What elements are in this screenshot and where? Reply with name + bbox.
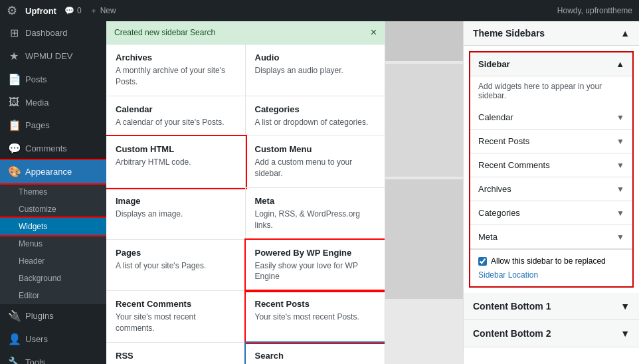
widget-desc-powered-by-engine: Easily show your love for WP Engine (255, 260, 376, 283)
widget-desc-custom-html: Arbitrary HTML code. (116, 157, 236, 168)
widget-title-recent-comments: Recent Comments (116, 299, 236, 309)
comments-label: Comments (25, 143, 67, 153)
header-label: Header (19, 256, 45, 266)
sidebar-item-header[interactable]: Header (0, 252, 106, 270)
allow-replace-checkbox[interactable] (478, 257, 487, 266)
acc-header-meta[interactable]: Meta ▼ (470, 225, 632, 248)
sidebar-item-menus[interactable]: Menus (0, 235, 106, 252)
widget-title-meta: Meta (255, 196, 376, 206)
sidebar-item-widgets[interactable]: Widgets (0, 218, 106, 235)
content-bottom-1-section: Content Bottom 1 ▼ (464, 293, 639, 320)
content-bottom-2-chevron: ▼ (620, 328, 630, 339)
notification-text: Created new sidebar Search (114, 28, 215, 37)
widget-title-custom-menu: Custom Menu (255, 144, 376, 154)
content-bottom-1-header[interactable]: Content Bottom 1 ▼ (464, 293, 639, 319)
widget-item-archives[interactable]: Archives A monthly archive of your site'… (106, 45, 246, 96)
acc-header-archives[interactable]: Archives ▼ (470, 177, 632, 201)
sidebar-item-comments[interactable]: 💬 Comments (0, 137, 106, 160)
sidebar-section-chevron-up: ▲ (616, 59, 624, 69)
allow-replace-label: Allow this sidebar to be replaced (491, 256, 606, 266)
preview-mid (385, 64, 463, 177)
sidebar-item-themes[interactable]: Themes (0, 183, 106, 201)
widget-item-custom-html[interactable]: Custom HTML Arbitrary HTML code. (106, 136, 246, 188)
widget-title-custom-html: Custom HTML (116, 144, 236, 154)
sidebar-item-posts[interactable]: 📄 Posts (0, 68, 106, 91)
sidebar-item-plugins[interactable]: 🔌 Plugins (0, 304, 106, 327)
widget-item-pages[interactable]: Pages A list of your site's Pages. (106, 240, 246, 292)
sidebar-section-body: Add widgets here to appear in your sideb… (470, 76, 632, 106)
acc-item-meta: Meta ▼ (470, 225, 632, 249)
menus-label: Menus (19, 239, 43, 248)
widget-desc-pages: A list of your site's Pages. (116, 260, 236, 272)
preview-area (385, 21, 463, 364)
chevron-down-icon-rp: ▼ (616, 137, 624, 146)
acc-label-calendar: Calendar (478, 112, 513, 122)
widget-item-search[interactable]: Search A search form for your site. (246, 343, 385, 364)
sidebar-item-users[interactable]: 👤 Users (0, 327, 106, 351)
widget-title-recent-posts: Recent Posts (255, 299, 376, 309)
widgets-label: Widgets (19, 222, 47, 231)
sidebar-item-tools[interactable]: 🔧 Tools (0, 351, 106, 364)
content-area: Created new sidebar Search × Archives A … (106, 21, 639, 364)
acc-header-calendar[interactable]: Calendar ▼ (470, 106, 632, 129)
wpmu-icon: ★ (8, 50, 20, 62)
admin-bar-right: Howdy, upfronttheme (557, 6, 632, 15)
plugins-icon: 🔌 (8, 310, 20, 322)
sidebar-accordion: Calendar ▼ Recent Posts ▼ Recent Comment… (470, 106, 632, 249)
widget-panel: Created new sidebar Search × Archives A … (106, 21, 385, 364)
content-bottom-2-label: Content Bottom 2 (473, 328, 551, 339)
acc-item-recent-posts: Recent Posts ▼ (470, 130, 632, 153)
widget-desc-categories: A list or dropdown of categories. (255, 117, 376, 128)
widget-item-custom-menu[interactable]: Custom Menu Add a custom menu to your si… (246, 136, 385, 188)
chevron-down-icon-arch: ▼ (616, 185, 624, 194)
widget-item-image[interactable]: Image Displays an image. (106, 188, 246, 240)
acc-header-recent-comments[interactable]: Recent Comments ▼ (470, 153, 632, 177)
sidebar-item-dashboard[interactable]: ⊞ Dashboard (0, 21, 106, 45)
sidebar-item-customize[interactable]: Customize (0, 201, 106, 218)
comments-badge[interactable]: 💬 0 (64, 6, 82, 15)
content-bottom-2-header[interactable]: Content Bottom 2 ▼ (464, 320, 639, 347)
sidebar-section-header[interactable]: Sidebar ▲ (470, 52, 632, 76)
sidebar-item-pages[interactable]: 📋 Pages (0, 114, 106, 137)
acc-header-recent-posts[interactable]: Recent Posts ▼ (470, 130, 632, 153)
allow-replace-row: Allow this sidebar to be replaced (478, 256, 624, 266)
site-name[interactable]: Upfront (25, 6, 56, 16)
comments-count: 0 (77, 6, 82, 15)
site-name-text: Upfront (25, 6, 56, 16)
users-icon: 👤 (8, 333, 20, 345)
widget-item-categories[interactable]: Categories A list or dropdown of categor… (246, 96, 385, 137)
widget-desc-meta: Login, RSS, & WordPress.org links. (255, 209, 376, 231)
preview-top (385, 21, 463, 61)
new-button[interactable]: ＋ New (90, 5, 116, 17)
sidebar-item-appearance[interactable]: 🎨 Appearance (0, 160, 106, 183)
widget-item-powered-by-engine[interactable]: Powered By WP Engine Easily show your lo… (246, 240, 385, 292)
sidebar-item-background[interactable]: Background (0, 270, 106, 287)
appearance-label: Appearance (25, 167, 72, 177)
sidebar-item-media[interactable]: 🖼 Media (0, 91, 106, 114)
widget-item-calendar[interactable]: Calendar A calendar of your site's Posts… (106, 96, 246, 137)
sidebar-item-wpmu[interactable]: ★ WPMU DEV (0, 45, 106, 68)
notification-close-button[interactable]: × (371, 27, 377, 39)
tools-label: Tools (25, 357, 45, 364)
chevron-down-icon-cat: ▼ (616, 209, 624, 218)
sidebars-panel: Theme Sidebars ▲ Sidebar ▲ Add widgets h… (463, 21, 639, 364)
acc-item-categories: Categories ▼ (470, 201, 632, 225)
acc-item-calendar: Calendar ▼ (470, 106, 632, 130)
widget-item-recent-comments[interactable]: Recent Comments Your site's most recent … (106, 291, 246, 343)
wp-logo[interactable]: ⚙ (7, 3, 17, 18)
acc-label-meta: Meta (478, 232, 498, 242)
comment-icon: 💬 (64, 6, 74, 15)
sidebar-item-editor[interactable]: Editor (0, 287, 106, 304)
widget-item-audio[interactable]: Audio Displays an audio player. (246, 45, 385, 96)
widget-item-rss[interactable]: RSS Entries from any RSS or Atom feed. (106, 343, 246, 364)
sidebar-section: Sidebar ▲ Add widgets here to appear in … (469, 51, 634, 288)
sidebar-nav: ⊞ Dashboard ★ WPMU DEV 📄 Posts 🖼 Media 📋… (0, 21, 106, 364)
theme-sidebars-title: Theme Sidebars (473, 28, 545, 39)
acc-item-recent-comments: Recent Comments ▼ (470, 153, 632, 177)
acc-header-categories[interactable]: Categories ▼ (470, 201, 632, 225)
widget-item-meta[interactable]: Meta Login, RSS, & WordPress.org links. (246, 188, 385, 240)
widget-item-recent-posts[interactable]: Recent Posts Your site's most recent Pos… (246, 291, 385, 343)
plus-icon: ＋ (90, 5, 98, 17)
sidebar-location-link[interactable]: Sidebar Location (478, 270, 538, 280)
theme-sidebars-toggle-icon[interactable]: ▲ (620, 28, 630, 39)
